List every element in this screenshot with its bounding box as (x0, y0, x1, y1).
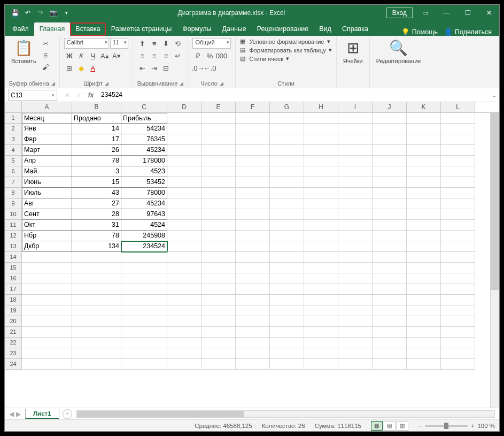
cell[interactable] (270, 348, 304, 359)
cell[interactable] (441, 284, 475, 295)
cell[interactable] (121, 348, 167, 359)
row-header[interactable]: 11 (5, 220, 22, 231)
cell[interactable] (167, 327, 201, 338)
cell[interactable] (441, 252, 475, 263)
cell[interactable] (270, 124, 304, 134)
cell[interactable]: Апр (22, 156, 72, 166)
cell[interactable] (373, 338, 407, 348)
cell[interactable]: Месяц (22, 113, 72, 124)
cell[interactable] (407, 220, 441, 231)
maximize-icon[interactable]: ☐ (458, 5, 478, 21)
cell[interactable] (72, 305, 121, 316)
tab-review[interactable]: Рецензирование (252, 22, 314, 36)
launcher-icon[interactable]: ◢ (180, 81, 183, 86)
cell[interactable] (441, 220, 475, 231)
cell[interactable] (304, 177, 338, 188)
cell[interactable]: 54234 (121, 124, 167, 134)
cell[interactable] (373, 316, 407, 327)
cell[interactable] (270, 209, 304, 220)
cell[interactable] (304, 305, 338, 316)
zoom-slider[interactable] (425, 425, 468, 427)
decrease-indent-icon[interactable]: ⇤ (137, 63, 148, 73)
horizontal-scrollbar[interactable] (76, 410, 495, 418)
cell[interactable] (121, 273, 167, 284)
cell[interactable] (72, 348, 121, 359)
cell[interactable] (338, 124, 373, 134)
cell[interactable] (236, 316, 270, 327)
row-header[interactable]: 10 (5, 209, 22, 220)
cell[interactable] (22, 273, 72, 284)
cell[interactable] (441, 209, 475, 220)
login-button[interactable]: Вход (386, 7, 413, 18)
cell[interactable] (373, 113, 407, 124)
minimize-icon[interactable]: — (436, 5, 456, 21)
cell[interactable] (407, 113, 441, 124)
cell[interactable]: 31 (72, 220, 121, 231)
format-as-table-button[interactable]: ▤ Форматировать как таблицу ▾ (240, 47, 331, 53)
currency-icon[interactable]: ₽ (192, 50, 203, 61)
cell-styles-button[interactable]: ▧ Стили ячеек ▾ (240, 55, 289, 62)
cell[interactable]: 15 (72, 177, 121, 188)
cell[interactable] (407, 327, 441, 338)
cell[interactable] (201, 348, 236, 359)
cell[interactable] (304, 316, 338, 327)
formula-input[interactable]: 234524 (98, 90, 490, 101)
cell[interactable] (72, 284, 121, 295)
cell[interactable] (201, 113, 236, 124)
cell[interactable] (407, 263, 441, 273)
cell[interactable] (121, 295, 167, 305)
cell[interactable] (270, 241, 304, 252)
cell[interactable] (441, 327, 475, 338)
cell[interactable] (270, 263, 304, 273)
cell[interactable] (167, 166, 201, 177)
cell[interactable] (407, 166, 441, 177)
cell[interactable] (373, 209, 407, 220)
cell[interactable]: 245908 (121, 231, 167, 241)
cell[interactable] (441, 188, 475, 198)
cell[interactable]: 78 (72, 231, 121, 241)
cell[interactable] (22, 252, 72, 263)
decrease-font-icon[interactable]: A▾ (111, 50, 122, 61)
cell[interactable] (338, 338, 373, 348)
col-header[interactable]: C (121, 102, 167, 112)
cell[interactable]: Янв (22, 124, 72, 134)
cell[interactable] (236, 359, 270, 370)
cell[interactable]: Нбр (22, 231, 72, 241)
enter-formula-icon[interactable]: ✓ (74, 91, 84, 99)
cell[interactable] (201, 156, 236, 166)
cell[interactable] (304, 166, 338, 177)
font-size-combo[interactable]: 11 (110, 38, 128, 49)
cell[interactable] (201, 231, 236, 241)
col-header[interactable]: H (304, 102, 338, 112)
cell[interactable] (72, 273, 121, 284)
cell[interactable] (236, 273, 270, 284)
camera-icon[interactable]: 📷 (49, 8, 58, 18)
row-header[interactable]: 14 (5, 252, 22, 263)
cell[interactable]: Фвр (22, 134, 72, 145)
cell[interactable] (236, 134, 270, 145)
cell[interactable] (22, 263, 72, 273)
cell[interactable] (121, 327, 167, 338)
cell[interactable] (373, 124, 407, 134)
cell[interactable] (167, 316, 201, 327)
cell[interactable] (270, 220, 304, 231)
cell[interactable] (441, 156, 475, 166)
col-header[interactable]: L (441, 102, 475, 112)
row-header[interactable]: 24 (5, 359, 22, 370)
row-header[interactable]: 21 (5, 327, 22, 338)
undo-icon[interactable]: ↶ (23, 8, 33, 18)
cell[interactable] (270, 231, 304, 241)
row-header[interactable]: 1 (5, 113, 22, 124)
borders-icon[interactable]: ⊞ (64, 63, 75, 73)
save-icon[interactable]: 💾 (10, 8, 20, 18)
cell[interactable] (441, 316, 475, 327)
view-normal-icon[interactable]: ▦ (371, 421, 383, 431)
fx-icon[interactable]: fx (86, 91, 96, 99)
sheet-tab[interactable]: Лист1 (25, 409, 59, 419)
cell[interactable]: 17 (72, 134, 121, 145)
cell[interactable] (201, 134, 236, 145)
align-right-icon[interactable]: ≡ (161, 50, 172, 61)
cell[interactable] (22, 348, 72, 359)
cell[interactable] (407, 209, 441, 220)
cell[interactable] (441, 177, 475, 188)
